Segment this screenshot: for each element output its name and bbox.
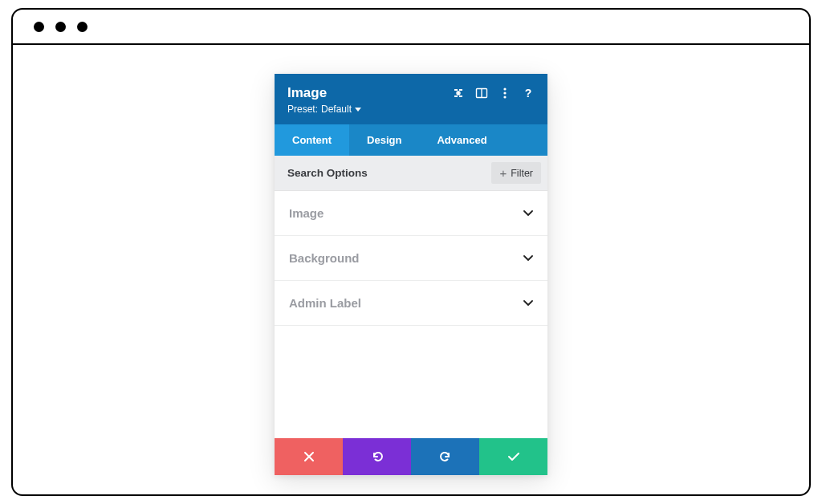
section-admin-label-label: Admin Label [289, 296, 361, 310]
browser-titlebar [13, 10, 809, 45]
panel-header-left: Image Preset: Default [287, 85, 361, 115]
panel-header-icons: ? [452, 85, 535, 100]
svg-point-4 [503, 91, 506, 94]
save-button[interactable] [479, 438, 547, 475]
tab-content[interactable]: Content [275, 124, 349, 156]
chevron-down-icon [523, 299, 533, 308]
undo-button[interactable] [343, 438, 411, 475]
help-icon[interactable]: ? [522, 87, 535, 100]
chevron-down-icon [523, 254, 533, 263]
chevron-down-icon [523, 209, 533, 218]
filter-button[interactable]: + Filter [491, 162, 541, 184]
svg-point-5 [503, 96, 506, 98]
preset-selector[interactable]: Preset: Default [287, 104, 361, 115]
preset-prefix: Preset: [287, 104, 318, 115]
section-image[interactable]: Image [275, 191, 547, 236]
traffic-light-minimize-icon[interactable] [55, 22, 66, 32]
panel-spacer [275, 326, 547, 438]
caret-down-icon [355, 108, 361, 112]
panel-title: Image [287, 85, 361, 101]
search-options-row: Search Options + Filter [275, 156, 547, 191]
settings-panel: Image Preset: Default [275, 74, 547, 475]
section-admin-label[interactable]: Admin Label [275, 281, 547, 326]
tabs: Content Design Advanced [275, 124, 547, 156]
viewport: Image Preset: Default [13, 45, 809, 494]
svg-point-3 [503, 87, 506, 90]
responsive-view-icon[interactable] [452, 87, 465, 100]
redo-button[interactable] [411, 438, 479, 475]
svg-text:?: ? [525, 87, 532, 100]
search-options-label[interactable]: Search Options [287, 167, 368, 179]
tab-design[interactable]: Design [349, 124, 419, 156]
traffic-light-close-icon[interactable] [34, 22, 44, 32]
cancel-button[interactable] [275, 438, 343, 475]
kebab-menu-icon[interactable] [498, 87, 511, 100]
panel-header: Image Preset: Default [275, 74, 547, 124]
hover-states-icon[interactable] [475, 87, 488, 100]
action-bar [275, 438, 547, 475]
sections-list: Image Background Admin Label [275, 191, 547, 326]
browser-frame: Image Preset: Default [11, 8, 811, 496]
tab-advanced[interactable]: Advanced [419, 124, 504, 156]
traffic-light-maximize-icon[interactable] [77, 22, 87, 32]
section-background[interactable]: Background [275, 236, 547, 281]
section-background-label: Background [289, 251, 360, 265]
plus-icon: + [499, 167, 507, 179]
section-image-label: Image [289, 206, 324, 220]
preset-value: Default [321, 104, 352, 115]
filter-label: Filter [511, 168, 533, 179]
